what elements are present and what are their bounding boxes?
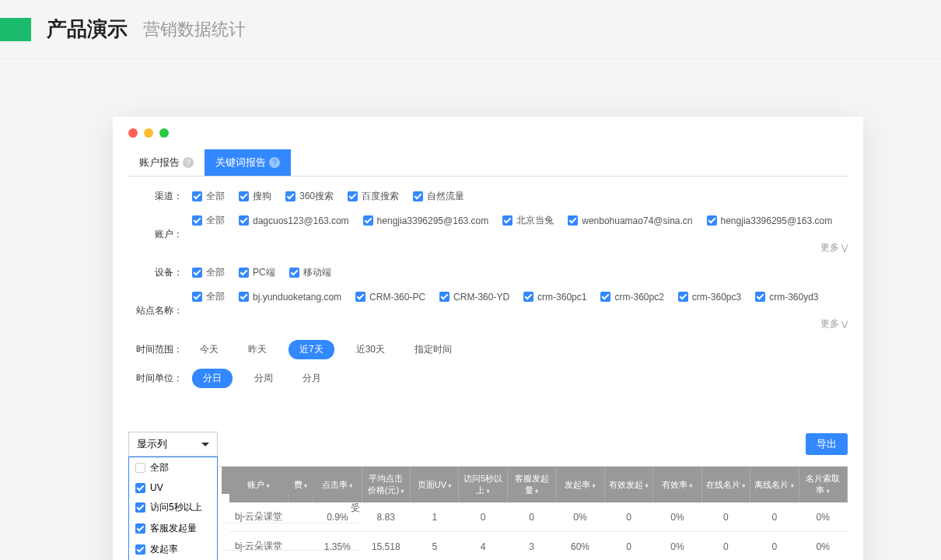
filter-checkbox-item[interactable]: bj.yunduoketang.com <box>239 292 341 303</box>
filter-checkbox-item[interactable]: crm-360pc3 <box>678 292 741 303</box>
table-header[interactable]: 账户♦ <box>229 467 288 502</box>
checkbox-icon <box>239 191 249 201</box>
checkbox-icon <box>502 215 512 226</box>
sort-icon: ♦ <box>790 481 794 489</box>
filter-checkbox-item[interactable]: CRM-360-YD <box>439 292 509 303</box>
checkbox-icon <box>135 523 145 534</box>
cell: 0 <box>507 502 555 532</box>
time-option[interactable]: 近30天 <box>348 340 393 359</box>
cell: 3 <box>507 532 555 561</box>
cell: 5 <box>411 532 459 561</box>
time-option[interactable]: 今天 <box>192 340 226 359</box>
sort-icon: ♦ <box>266 481 270 489</box>
cell: 0 <box>459 502 507 532</box>
filter-checkbox-item[interactable]: 全部 <box>192 214 225 227</box>
filter-checkbox-item[interactable]: 360搜索 <box>285 190 334 203</box>
cell: 4 <box>459 532 507 561</box>
tab-keyword-report[interactable]: 关键词报告 ? <box>205 149 291 176</box>
table-header[interactable]: 访问5秒以上♦ <box>459 467 507 502</box>
table-header[interactable]: 有效率♦ <box>653 467 701 502</box>
cell-fragment <box>222 523 362 551</box>
window-close-icon[interactable] <box>128 128 138 138</box>
report-tabs: 账户报告 ? 关键词报告 ? <box>128 149 848 177</box>
table-header[interactable]: 页面UV♦ <box>411 467 459 502</box>
filter-checkbox-item[interactable]: 移动端 <box>289 266 331 279</box>
tab-account-report[interactable]: 账户报告 ? <box>128 149 205 176</box>
checkbox-icon <box>439 292 450 302</box>
table-header[interactable]: 发起率♦ <box>556 467 604 502</box>
table-header[interactable]: 平均点击价格(元)♦ <box>362 467 410 502</box>
dropdown-label: UV <box>150 482 163 493</box>
dropdown-label: 客服发起量 <box>150 522 197 535</box>
filter-checkbox-item[interactable]: PC端 <box>239 266 275 279</box>
time-option[interactable]: 分月 <box>295 369 329 388</box>
filter-checkbox-item[interactable]: crm-360pc1 <box>523 292 586 303</box>
checkbox-label: hengjia3396295@163.com <box>721 215 833 226</box>
filter-checkbox-item[interactable]: 全部 <box>192 266 225 279</box>
window-maximize-icon[interactable] <box>159 128 169 138</box>
filter-checkbox-item[interactable]: dagcuos123@163.com <box>239 215 349 226</box>
filter-label: 站点名称： <box>128 304 183 317</box>
checkbox-icon <box>600 292 610 302</box>
filter-row-site: 站点名称： 全部bj.yunduoketang.comCRM-360-PCCRM… <box>128 290 848 331</box>
time-option[interactable]: 分日 <box>192 369 233 388</box>
filter-checkbox-item[interactable]: crm-360pc2 <box>600 292 663 303</box>
filter-checkbox-item[interactable]: hengjia3396295@163.com <box>707 215 833 226</box>
table-header[interactable]: 客服发起量♦ <box>507 467 555 502</box>
checkbox-icon <box>135 502 145 513</box>
more-link[interactable]: 更多 ⋁ <box>820 241 848 254</box>
timerange-options: 今天昨天近7天近30天指定时间 <box>192 340 848 359</box>
app-window: 账户报告 ? 关键词报告 ? 渠道： 全部搜狗360搜索百度搜索自然流量 账户：… <box>113 117 863 560</box>
time-option[interactable]: 指定时间 <box>407 340 460 359</box>
filter-checkbox-item[interactable]: 全部 <box>192 290 225 303</box>
checkbox-label: 移动端 <box>303 266 331 279</box>
filter-checkbox-item[interactable]: wenbohuamao74@sina.cn <box>568 215 692 226</box>
filter-checkbox-item[interactable]: 百度搜索 <box>348 190 399 203</box>
table-header[interactable]: 费♦ <box>288 467 313 502</box>
table-area: 显示列 导出 全部UV访问5秒以上客服发起量发起率有效发起有效率在线名片离线名片… <box>128 432 848 560</box>
cell: 0 <box>750 532 799 561</box>
dropdown-item[interactable]: 发起率 <box>129 539 217 560</box>
checkbox-icon <box>285 191 296 201</box>
page-subtitle: 营销数据统计 <box>143 18 246 41</box>
sort-icon: ♦ <box>689 481 693 489</box>
checkbox-label: crm-360pc2 <box>614 292 663 303</box>
table-header[interactable]: 点击率♦ <box>313 467 362 502</box>
filter-checkbox-item[interactable]: 搜狗 <box>239 190 271 203</box>
checkbox-icon <box>355 292 366 302</box>
dropdown-item[interactable]: 访问5秒以上 <box>129 497 217 518</box>
filter-items-account: 全部dagcuos123@163.comhengjia3396295@163.c… <box>192 214 848 254</box>
time-option[interactable]: 近7天 <box>289 340 334 359</box>
data-table: 受 受 账户♦费♦点击率♦平均点击价格(元)♦页面UV♦访问5秒以上♦客服发起量… <box>128 466 848 560</box>
filter-checkbox-item[interactable]: 北京当兔 <box>502 214 554 227</box>
window-minimize-icon[interactable] <box>144 128 153 138</box>
filter-checkbox-item[interactable]: hengjia3396295@163.com <box>363 215 489 226</box>
column-select-dropdown[interactable]: 显示列 <box>128 432 218 457</box>
checkbox-label: crm-360pc3 <box>692 292 741 303</box>
table-header[interactable]: 在线名片♦ <box>701 467 750 502</box>
table-header[interactable]: 有效发起♦ <box>604 467 652 502</box>
more-link[interactable]: 更多 ⋁ <box>820 317 848 331</box>
filter-checkbox-item[interactable]: CRM-360-PC <box>355 292 425 303</box>
filter-checkbox-item[interactable]: 自然流量 <box>413 190 464 203</box>
page-header: 产品演示 营销数据统计 <box>0 0 941 59</box>
time-option[interactable]: 分周 <box>247 369 281 388</box>
help-icon[interactable]: ? <box>269 157 280 168</box>
checkbox-label: dagcuos123@163.com <box>253 215 349 226</box>
time-option[interactable]: 昨天 <box>240 340 275 359</box>
checkbox-icon <box>678 292 688 302</box>
help-icon[interactable]: ? <box>183 157 194 168</box>
table-header[interactable]: 离线名片♦ <box>750 467 799 502</box>
dropdown-item[interactable]: 全部 <box>129 457 217 478</box>
table-header[interactable]: 名片索取率♦ <box>799 467 848 502</box>
filter-row-device: 设备： 全部PC端移动端 <box>128 264 848 281</box>
checkbox-label: crm-360yd3 <box>769 292 818 303</box>
export-button[interactable]: 导出 <box>806 433 848 455</box>
checkbox-label: 百度搜索 <box>362 190 399 203</box>
filter-row-timerange: 时间范围： 今天昨天近7天近30天指定时间 <box>128 340 848 359</box>
filter-checkbox-item[interactable]: 全部 <box>192 190 225 203</box>
cell: 60% <box>556 532 604 561</box>
dropdown-item[interactable]: UV <box>129 478 217 497</box>
filter-checkbox-item[interactable]: crm-360yd3 <box>755 292 818 303</box>
dropdown-item[interactable]: 客服发起量 <box>129 518 217 539</box>
